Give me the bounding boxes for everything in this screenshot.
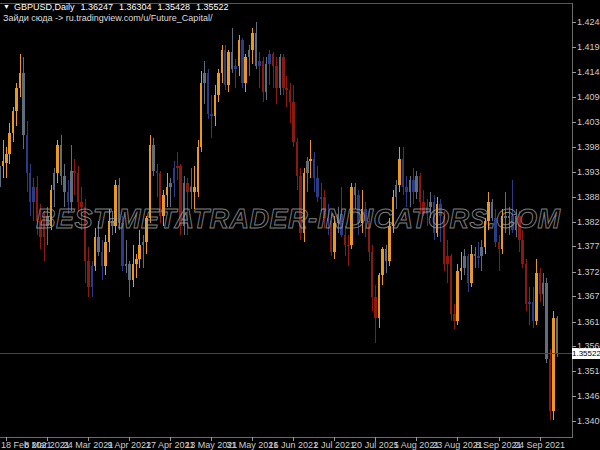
candle-body <box>94 237 97 266</box>
candle-body <box>282 57 285 88</box>
candle-body <box>91 266 94 287</box>
candle-body <box>87 261 90 287</box>
candle-wick <box>143 235 144 268</box>
symbol-dropdown-icon[interactable]: ▼ <box>3 3 10 10</box>
candle-body <box>532 302 535 321</box>
candle-body <box>132 264 135 281</box>
candle-body <box>104 242 107 266</box>
candle-body <box>217 73 220 94</box>
price-tick <box>572 122 576 123</box>
price-tick <box>572 246 576 247</box>
symbol-timeframe-label: GBPUSD,Daily <box>14 2 75 12</box>
candle-body <box>135 259 138 264</box>
candle-wick <box>529 287 530 325</box>
candle-body <box>395 185 398 197</box>
candle-body <box>56 145 59 174</box>
candle-wick <box>348 235 349 266</box>
candle-body <box>347 245 350 247</box>
candle-body <box>525 264 528 304</box>
candle-body <box>292 102 295 142</box>
candle-body <box>152 145 155 171</box>
candle-body <box>456 271 459 321</box>
candle-body <box>285 88 288 90</box>
candle-body <box>306 161 309 173</box>
mt4-chart-window: BEST-METATRADER-INDICATORS.COM 1.35522 ▼… <box>0 0 600 450</box>
candle-body <box>227 52 230 85</box>
candle-body <box>0 166 1 187</box>
candle-body <box>221 50 224 74</box>
candle-body <box>214 95 217 116</box>
price-axis-label: 1.38280 <box>577 217 600 227</box>
candle-body <box>224 50 227 86</box>
candle-body <box>552 318 555 411</box>
watermark-text: BEST-METATRADER-INDICATORS.COM <box>36 204 560 235</box>
candle-body <box>542 283 545 295</box>
candle-body <box>186 183 189 193</box>
candle-body <box>415 176 418 193</box>
candle-body <box>371 252 374 297</box>
ohlc-low-value: 1.35428 <box>158 2 191 12</box>
candle-wick <box>157 164 158 197</box>
candle-body <box>498 242 501 249</box>
date-axis-label: 24 Mar 2021 <box>63 440 114 450</box>
price-axis-label: 1.38810 <box>577 192 600 202</box>
candle-body <box>169 183 172 188</box>
candle-body <box>258 61 261 66</box>
candle-body <box>545 283 548 359</box>
candle-body <box>231 52 234 69</box>
candle-wick <box>136 254 137 278</box>
candle-body <box>5 154 8 163</box>
candle-body <box>8 133 11 154</box>
price-tick <box>572 421 576 422</box>
price-tick <box>572 47 576 48</box>
candle-body <box>309 159 312 161</box>
price-axis-label: 1.39330 <box>577 167 600 177</box>
price-tick <box>572 97 576 98</box>
candle-body <box>197 147 200 192</box>
chart-title-line: ▼GBPUSD,Daily1.362471.363041.354281.3552… <box>3 2 229 12</box>
candle-body <box>453 314 456 321</box>
candle-body <box>63 176 66 193</box>
ohlc-close-value: 1.35522 <box>196 2 229 12</box>
candle-wick <box>3 140 4 178</box>
candle-body <box>549 359 552 411</box>
candle-body <box>528 302 531 304</box>
price-axis-label: 1.41430 <box>577 67 600 77</box>
candle-body <box>385 249 388 261</box>
candle-body <box>73 171 76 173</box>
price-axis-label: 1.36180 <box>577 317 600 327</box>
candle-body <box>460 268 463 270</box>
price-axis-label: 1.37230 <box>577 267 600 277</box>
price-axis-label: 1.40380 <box>577 117 600 127</box>
candle-body <box>70 171 73 202</box>
candle-body <box>275 66 278 87</box>
price-tick <box>572 22 576 23</box>
candle-body <box>535 273 538 321</box>
price-tick <box>572 72 576 73</box>
price-axis-label: 1.34610 <box>577 391 600 401</box>
candle-body <box>477 256 480 258</box>
candle-body <box>265 64 268 93</box>
candle-body <box>405 187 408 192</box>
candle-body <box>200 83 203 147</box>
candle-body <box>125 264 128 266</box>
candle-body <box>207 73 210 113</box>
price-axis-label: 1.41950 <box>577 42 600 52</box>
candle-body <box>97 237 100 251</box>
candle-body <box>238 40 241 66</box>
date-axis-label: 20 Jul 2021 <box>352 440 399 450</box>
candle-body <box>138 245 141 259</box>
candle-body <box>378 275 381 318</box>
price-tick <box>572 172 576 173</box>
price-tick <box>572 147 576 148</box>
candle-body <box>262 61 265 92</box>
price-axis-label: 1.35660 <box>577 341 600 351</box>
candle-body <box>402 159 405 188</box>
candle-body <box>463 256 466 268</box>
date-axis-label: 2 Jul 2021 <box>314 440 356 450</box>
price-tick <box>572 346 576 347</box>
candle-wick <box>478 242 479 268</box>
candle-body <box>296 142 299 175</box>
candle-body <box>128 264 131 281</box>
candle-body <box>279 57 282 88</box>
